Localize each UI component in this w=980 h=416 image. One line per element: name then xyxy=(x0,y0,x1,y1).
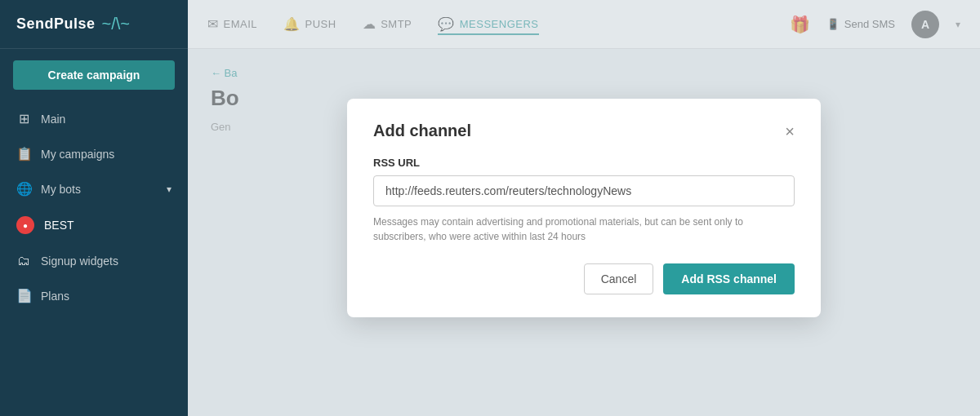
sidebar-item-bots-label: My bots xyxy=(41,183,81,196)
sidebar-item-plans-label: Plans xyxy=(41,290,69,303)
modal-title: Add channel xyxy=(373,122,471,140)
modal-hint-text: Messages may contain advertising and pro… xyxy=(373,215,795,244)
widgets-icon: 🗂 xyxy=(16,254,31,268)
sidebar-logo: SendPulse ~/\~ xyxy=(0,0,188,49)
bots-icon: 🌐 xyxy=(16,181,31,197)
sidebar-item-my-campaigns[interactable]: 📋 My campaigns xyxy=(0,136,188,171)
modal-overlay: Add channel × RSS URL Messages may conta… xyxy=(188,0,980,416)
rss-url-label: RSS URL xyxy=(373,157,795,169)
sidebar-item-best[interactable]: ● BEST xyxy=(0,206,188,244)
create-campaign-button[interactable]: Create campaign xyxy=(13,60,175,90)
sidebar-nav: ⊞ Main 📋 My campaigns 🌐 My bots ▾ ● BEST… xyxy=(0,101,188,416)
modal-actions: Cancel Add RSS channel xyxy=(373,263,795,294)
sidebar: SendPulse ~/\~ Create campaign ⊞ Main 📋 … xyxy=(0,0,188,416)
sidebar-item-main-label: Main xyxy=(41,113,65,126)
brand-wave: ~/\~ xyxy=(102,15,130,33)
modal-header: Add channel × xyxy=(373,122,795,140)
campaigns-icon: 📋 xyxy=(16,146,31,162)
sidebar-item-signup-widgets[interactable]: 🗂 Signup widgets xyxy=(0,244,188,278)
add-channel-modal: Add channel × RSS URL Messages may conta… xyxy=(347,99,821,317)
modal-close-button[interactable]: × xyxy=(785,123,795,139)
sidebar-item-best-label: BEST xyxy=(44,219,74,232)
best-dot: ● xyxy=(16,216,34,234)
sidebar-item-my-bots[interactable]: 🌐 My bots ▾ xyxy=(0,171,188,206)
add-rss-channel-button[interactable]: Add RSS channel xyxy=(663,263,795,294)
grid-icon: ⊞ xyxy=(16,111,31,126)
main-area: ✉ EMAIL 🔔 PUSH ☁ SMTP 💬 MESSENGERS 🎁 📱 S… xyxy=(188,0,980,416)
brand-name: SendPulse xyxy=(16,15,96,33)
plans-icon: 📄 xyxy=(16,288,31,303)
sidebar-item-plans[interactable]: 📄 Plans xyxy=(0,278,188,313)
rss-url-input[interactable] xyxy=(373,175,795,206)
best-dot-icon: ● xyxy=(23,221,28,230)
sidebar-item-campaigns-label: My campaigns xyxy=(41,148,114,161)
cancel-button[interactable]: Cancel xyxy=(584,263,654,294)
app-container: SendPulse ~/\~ Create campaign ⊞ Main 📋 … xyxy=(0,0,980,416)
chevron-down-icon: ▾ xyxy=(167,184,172,195)
sidebar-item-main[interactable]: ⊞ Main xyxy=(0,101,188,136)
sidebar-item-widgets-label: Signup widgets xyxy=(41,254,118,268)
